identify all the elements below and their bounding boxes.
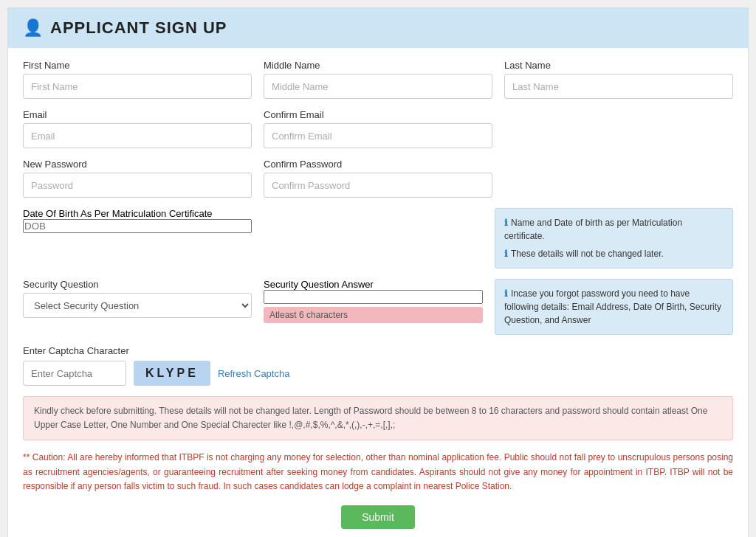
dob-label: Date Of Birth As Per Matriculation Certi… — [23, 208, 252, 219]
security-question-group: Security Question Select Security Questi… — [23, 279, 252, 318]
info-icon-3: ℹ — [504, 288, 508, 299]
info-icon-1: ℹ — [504, 218, 508, 228]
captcha-row: KLYPE Refresh Captcha — [23, 361, 733, 386]
security-answer-input[interactable] — [264, 290, 483, 304]
email-group: Email — [23, 109, 252, 148]
confirm-email-group: Confirm Email — [264, 109, 492, 148]
dob-row: Date Of Birth As Per Matriculation Certi… — [23, 208, 733, 268]
dob-input[interactable] — [23, 219, 252, 233]
atleast-message: Atleast 6 characters — [264, 307, 483, 323]
name-row: First Name Middle Name Last Name — [23, 60, 733, 99]
new-password-input[interactable] — [23, 173, 252, 198]
submit-area: Submit — [23, 505, 733, 537]
security-question-select[interactable]: Select Security Question — [23, 293, 252, 318]
info-box-1: ℹName and Date of birth as per Matricula… — [495, 208, 733, 268]
confirm-email-label: Confirm Email — [264, 109, 492, 120]
caution-text: ** Caution: All are hereby informed that… — [23, 451, 733, 493]
captcha-image: KLYPE — [134, 361, 210, 386]
email-label: Email — [23, 109, 252, 120]
refresh-captcha-link[interactable]: Refresh Captcha — [218, 368, 290, 379]
first-name-label: First Name — [23, 60, 252, 71]
confirm-password-label: Confirm Password — [264, 159, 492, 170]
page-wrapper: 👤 APPLICANT SIGN UP First Name Middle Na… — [7, 7, 749, 537]
warning-box: Kindly check before submitting. These de… — [23, 396, 733, 440]
middle-name-label: Middle Name — [264, 60, 492, 71]
confirm-password-input[interactable] — [264, 173, 492, 198]
first-name-group: First Name — [23, 60, 252, 99]
form-area: First Name Middle Name Last Name Email C… — [8, 48, 748, 537]
last-name-input[interactable] — [504, 74, 733, 99]
security-row: Security Question Select Security Questi… — [23, 279, 733, 335]
security-answer-group: Security Question Answer Atleast 6 chara… — [264, 279, 483, 323]
first-name-input[interactable] — [23, 74, 252, 99]
security-question-label: Security Question — [23, 279, 252, 290]
dob-group: Date Of Birth As Per Matriculation Certi… — [23, 208, 252, 233]
middle-name-group: Middle Name — [264, 60, 492, 99]
middle-name-input[interactable] — [264, 74, 492, 99]
header: 👤 APPLICANT SIGN UP — [8, 8, 748, 48]
last-name-group: Last Name — [504, 60, 733, 99]
info-icon-2: ℹ — [504, 249, 508, 259]
last-name-label: Last Name — [504, 60, 733, 71]
confirm-password-group: Confirm Password — [264, 159, 492, 198]
user-icon: 👤 — [23, 18, 43, 38]
email-input[interactable] — [23, 123, 252, 148]
email-row: Email Confirm Email — [23, 109, 733, 148]
submit-button[interactable]: Submit — [341, 505, 415, 529]
new-password-label: New Password — [23, 159, 252, 170]
security-answer-label: Security Question Answer — [264, 279, 483, 290]
info-box-2: ℹIncase you forgot password you need to … — [495, 279, 733, 335]
captcha-input[interactable] — [23, 361, 126, 386]
captcha-label: Enter Captcha Character — [23, 345, 733, 356]
captcha-section: Enter Captcha Character KLYPE Refresh Ca… — [23, 345, 733, 386]
password-row: New Password Confirm Password — [23, 159, 733, 198]
page-title: APPLICANT SIGN UP — [50, 18, 227, 38]
confirm-email-input[interactable] — [264, 123, 492, 148]
new-password-group: New Password — [23, 159, 252, 198]
